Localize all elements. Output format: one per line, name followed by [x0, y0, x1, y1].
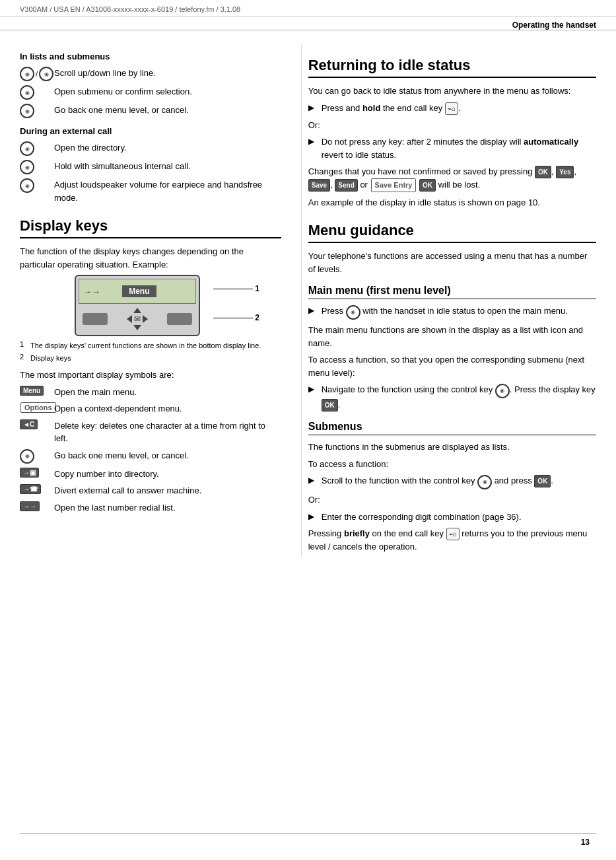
save-key: Save	[308, 179, 330, 192]
bullet-scroll-text: Scroll to the function with the control …	[322, 474, 596, 489]
symbol-row-redial: →→ Open the last number redial list.	[20, 501, 281, 515]
icon-row-hold: Hold with simultaneous internal call.	[20, 160, 281, 174]
open-submenu-icon	[20, 85, 54, 100]
hold-icon	[20, 160, 54, 174]
symbol-row-divert: →☎ Divert external call to answer machin…	[20, 484, 281, 497]
returning-idle-intro: You can go back to idle status from anyw…	[308, 85, 596, 98]
returning-idle-title: Returning to idle status	[308, 57, 596, 78]
bullet-navigate: ▶ Navigate to the function using the con…	[308, 383, 596, 412]
yes-key: Yes	[556, 166, 574, 178]
scroll-down-icon	[39, 67, 53, 81]
header-left: V300AM / USA EN / A31008-xxxxx-xxxx-x-60…	[20, 5, 240, 13]
save-entry-key: Save Entry	[371, 178, 417, 192]
bullet-press-hold-text: Press and hold the end call key ⌁⌂.	[322, 102, 596, 115]
open-submenu-text: Open submenu or confirm selection.	[54, 85, 281, 98]
page-header: V300AM / USA EN / A31008-xxxxx-xxxx-x-60…	[0, 0, 616, 17]
diagram-note-1: 1 The display keys' current functions ar…	[20, 340, 281, 351]
divert-badge: →☎	[20, 484, 54, 494]
final-note: Pressing briefly on the end call key ⌁⌂ …	[308, 527, 596, 554]
symbol-row-back: Go back one menu level, or cancel.	[20, 449, 281, 464]
bullet-press-hold: ▶ Press and hold the end call key ⌁⌂.	[308, 102, 596, 115]
bullet-arrow-4: ▶	[308, 384, 319, 394]
section-label: Operating the handset	[512, 20, 596, 30]
options-badge: Options	[20, 402, 54, 413]
scroll-up-icon	[20, 67, 34, 81]
copy-badge: →▣	[20, 468, 54, 478]
bullet-navigate-text: Navigate to the function using the contr…	[322, 383, 596, 412]
bullet-auto-revert: ▶ Do not press any key: after 2 minutes …	[308, 135, 596, 161]
back-icon-text: Go back one menu level, or cancel.	[54, 449, 281, 462]
main-menu-note2: To access a function, so that you open t…	[308, 353, 596, 379]
symbol-row-delete: ◄C Delete key: deletes one character at …	[20, 419, 281, 445]
in-lists-section: In lists and submenus / Scroll up/down l…	[20, 52, 281, 118]
bullet-arrow-2: ▶	[308, 137, 319, 146]
redial-badge: →→	[20, 501, 54, 511]
page-wrapper: V300AM / USA EN / A31008-xxxxx-xxxx-x-60…	[0, 0, 616, 860]
ctrl-icon-3	[20, 141, 34, 156]
left-column: In lists and submenus / Scroll up/down l…	[20, 44, 301, 557]
volume-icon	[20, 178, 54, 193]
volume-text: Adjust loudspeaker volume for earpiece a…	[54, 178, 281, 204]
main-menu-note1: The main menu functions are shown in the…	[308, 324, 596, 349]
main-menu-subsection: Main menu (first menu level) ▶ Press wit…	[308, 285, 596, 412]
symbol-row-options: Options Open a context-dependent menu.	[20, 402, 281, 415]
scroll-pair-text: Scroll up/down line by line.	[54, 67, 281, 80]
bullet-enter-digit: ▶ Enter the corresponding digit combinat…	[308, 511, 596, 524]
icon-row-volume: Adjust loudspeaker volume for earpiece a…	[20, 178, 281, 204]
bullet-press-ctrl-text: Press with the handset in idle status to…	[322, 305, 596, 320]
redial-badge-text: Open the last number redial list.	[54, 501, 281, 515]
menu-badge-text: Open the main menu.	[54, 386, 281, 399]
icon-row-open-submenu: Open submenu or confirm selection.	[20, 85, 281, 100]
right-column: Returning to idle status You can go back…	[301, 44, 596, 557]
open-dir-icon	[20, 141, 54, 156]
bullet-press-ctrl: ▶ Press with the handset in idle status …	[308, 305, 596, 320]
bullet-arrow-5: ▶	[308, 476, 319, 485]
icon-row-scroll-pair: / Scroll up/down line by line.	[20, 67, 281, 81]
scroll-pair-icon: /	[20, 67, 54, 81]
ok-key-nav: OK	[322, 399, 338, 412]
bullet-auto-revert-text: Do not press any key: after 2 minutes th…	[322, 135, 596, 161]
returning-idle-section: Returning to idle status You can go back…	[308, 57, 596, 209]
ctrl-icon-1	[20, 85, 34, 100]
ctrl-icon-back	[20, 449, 34, 464]
symbol-row-copy: →▣ Copy number into directory.	[20, 468, 281, 481]
page-number: 13	[581, 838, 590, 847]
icon-row-go-back: Go back one menu level, or cancel.	[20, 104, 281, 118]
ctrl-icon-scroll	[477, 475, 492, 489]
display-diagram-container: →→ Menu	[20, 275, 281, 363]
display-keys-section: Display keys The function of the display…	[20, 217, 281, 514]
options-badge-text: Open a context-dependent menu.	[54, 402, 281, 415]
menu-badge: Menu	[20, 386, 54, 396]
or-label-2: Or:	[308, 493, 596, 507]
delete-badge: ◄C	[20, 419, 54, 429]
copy-badge-text: Copy number into directory.	[54, 468, 281, 481]
go-back-text: Go back one menu level, or cancel.	[54, 104, 281, 117]
diagram-note-2-text: Display keys	[30, 353, 71, 364]
ok-key-2: OK	[419, 179, 436, 192]
main-menu-title: Main menu (first menu level)	[308, 285, 596, 299]
bullet-arrow-1: ▶	[308, 103, 319, 112]
symbols-intro: The most important display symbols are:	[20, 369, 281, 382]
during-call-section: During an external call Open the directo…	[20, 126, 281, 204]
during-call-title: During an external call	[20, 126, 281, 136]
hold-text: Hold with simultaneous internal call.	[54, 160, 281, 173]
divert-badge-text: Divert external call to answer machine.	[54, 484, 281, 497]
ctrl-icon-main	[346, 305, 360, 320]
footer-rule	[20, 833, 596, 834]
to-access-label: To access a function:	[308, 458, 596, 471]
ctrl-icon-5	[20, 178, 34, 193]
or-label-1: Or:	[308, 119, 596, 132]
bullet-arrow-3: ▶	[308, 306, 319, 315]
back-icon	[20, 449, 54, 464]
bullet-enter-digit-text: Enter the corresponding digit combinatio…	[322, 511, 596, 524]
in-lists-title: In lists and submenus	[20, 52, 281, 61]
ctrl-icon-4	[20, 160, 34, 174]
submenus-subsection: Submenus The functions in the submenus a…	[308, 421, 596, 554]
send-key: Send	[335, 179, 357, 192]
icon-row-open-dir: Open the directory.	[20, 141, 281, 156]
main-content: In lists and submenus / Scroll up/down l…	[0, 30, 616, 597]
symbol-row-menu: Menu Open the main menu.	[20, 386, 281, 399]
diagram-notes: 1 The display keys' current functions ar…	[20, 340, 281, 363]
delete-badge-text: Delete key: deletes one character at a t…	[54, 419, 281, 445]
submenus-intro: The functions in the submenus are displa…	[308, 441, 596, 454]
